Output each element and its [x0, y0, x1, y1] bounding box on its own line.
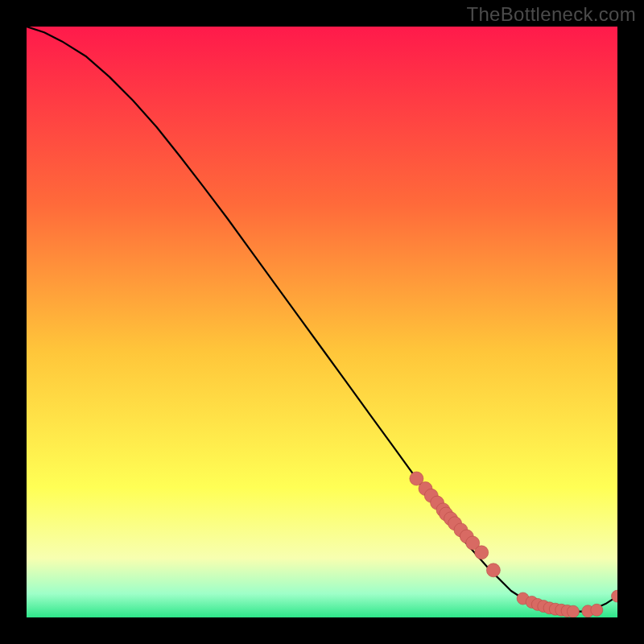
plot-svg	[27, 27, 617, 617]
data-marker	[486, 564, 500, 577]
chart-frame: TheBottleneck.com	[0, 0, 644, 644]
data-marker	[568, 605, 580, 617]
gradient-background	[27, 27, 617, 617]
data-marker	[591, 604, 603, 616]
watermark-text: TheBottleneck.com	[466, 3, 636, 26]
data-marker	[475, 546, 489, 559]
plot-area	[27, 27, 617, 617]
